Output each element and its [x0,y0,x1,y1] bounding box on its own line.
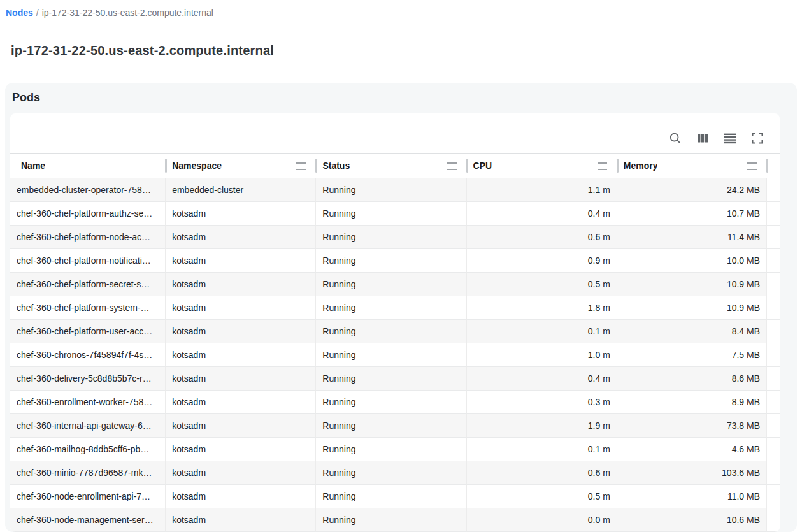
column-header-namespace[interactable]: Namespace [166,154,316,178]
table-row[interactable]: chef-360-node-enrollment-api-7…kotsadmRu… [10,485,780,508]
cell-name: chef-360-chef-platform-user-acc… [10,320,166,343]
columns-button[interactable] [694,130,711,147]
cell-namespace: kotsadm [166,508,316,532]
column-menu-icon[interactable] [598,162,607,170]
row-filler [767,367,780,391]
column-header-memory[interactable]: Memory [617,154,767,178]
cell-cpu: 0.4 m [467,367,617,391]
cell-cpu: 0.5 m [467,273,617,296]
cell-status: Running [316,296,466,320]
fullscreen-button[interactable] [749,130,766,147]
table-row[interactable]: chef-360-chef-platform-notificati…kotsad… [10,249,780,273]
row-filler [767,438,780,461]
cell-memory: 10.9 MB [617,296,767,320]
cell-memory: 11.4 MB [617,226,767,249]
cell-name: chef-360-chronos-7f45894f7f-4s… [10,343,166,367]
column-menu-icon[interactable] [747,162,757,170]
pods-table-panel: Name Namespace Status CPU Memory [10,113,780,532]
cell-namespace: kotsadm [166,202,316,226]
column-header-label: CPU [473,161,492,171]
table-row[interactable]: chef-360-chef-platform-authz-se…kotsadmR… [10,202,780,226]
column-resize-handle[interactable] [165,159,167,173]
cell-status: Running [316,367,466,391]
cell-memory: 11.0 MB [617,485,767,508]
cell-memory: 8.4 MB [617,320,767,343]
cell-namespace: kotsadm [166,485,316,508]
cell-name: chef-360-minio-7787d96587-mk… [10,461,166,485]
column-resize-handle[interactable] [466,159,468,173]
cell-status: Running [316,226,466,249]
cell-memory: 10.6 MB [617,508,767,532]
row-filler [767,508,780,532]
table-row[interactable]: chef-360-minio-7787d96587-mk…kotsadmRunn… [10,461,780,485]
card-title: Pods [12,91,40,104]
row-filler [767,485,780,508]
table-row[interactable]: chef-360-chef-platform-user-acc…kotsadmR… [10,320,780,343]
cell-cpu: 0.9 m [467,249,617,273]
cell-memory: 4.6 MB [617,438,767,461]
table-row[interactable]: embedded-cluster-operator-758…embedded-c… [10,178,780,202]
cell-status: Running [316,461,466,485]
cell-cpu: 0.6 m [467,461,617,485]
cell-name: chef-360-enrollment-worker-758… [10,391,166,414]
column-header-label: Namespace [172,161,222,171]
cell-namespace: kotsadm [166,226,316,249]
table-row[interactable]: chef-360-delivery-5c8d8b5b7c-r…kotsadmRu… [10,367,780,391]
row-filler [767,320,780,343]
cell-name: chef-360-node-management-ser… [10,508,166,532]
table-row[interactable]: chef-360-node-management-ser…kotsadmRunn… [10,508,780,532]
cell-namespace: kotsadm [166,438,316,461]
column-resize-handle[interactable] [617,159,619,173]
column-header-status[interactable]: Status [316,154,466,178]
column-resize-handle[interactable] [315,159,317,173]
column-header-cpu[interactable]: CPU [467,154,617,178]
table-row[interactable]: chef-360-internal-api-gateway-6…kotsadmR… [10,414,780,438]
row-filler [767,202,780,226]
cell-status: Running [316,438,466,461]
cell-memory: 10.7 MB [617,202,767,226]
cell-cpu: 1.8 m [467,296,617,320]
cell-memory: 103.6 MB [617,461,767,485]
cell-namespace: kotsadm [166,414,316,438]
column-header-label: Memory [624,161,658,171]
table-row[interactable]: chef-360-chronos-7f45894f7f-4s…kotsadmRu… [10,343,780,367]
columns-icon [697,133,708,144]
cell-status: Running [316,202,466,226]
table-row[interactable]: chef-360-mailhog-8ddb5cff6-pb…kotsadmRun… [10,438,780,461]
column-menu-icon[interactable] [447,162,457,170]
column-resize-handle[interactable] [766,159,768,173]
table-row[interactable]: chef-360-chef-platform-secret-s…kotsadmR… [10,273,780,296]
cell-cpu: 0.1 m [467,320,617,343]
row-filler [767,249,780,273]
density-button[interactable] [722,130,738,147]
cell-memory: 24.2 MB [617,178,767,202]
column-header-name[interactable]: Name [10,154,166,178]
row-filler [767,414,780,438]
row-filler [767,391,780,414]
cell-status: Running [316,343,466,367]
page-title: ip-172-31-22-50.us-east-2.compute.intern… [11,43,274,58]
search-icon [669,132,682,145]
column-header-filler [767,154,780,178]
cell-cpu: 0.6 m [467,226,617,249]
column-header-label: Status [322,161,350,171]
cell-cpu: 1.9 m [467,414,617,438]
column-menu-icon[interactable] [296,162,306,170]
table-header-row: Name Namespace Status CPU Memory [10,153,780,178]
table-toolbar [10,113,780,153]
cell-namespace: kotsadm [166,273,316,296]
table-row[interactable]: chef-360-chef-platform-node-ac…kotsadmRu… [10,226,780,249]
search-button[interactable] [667,130,684,147]
cell-name: chef-360-internal-api-gateway-6… [10,414,166,438]
row-filler [767,273,780,296]
table-row[interactable]: chef-360-chef-platform-system-…kotsadmRu… [10,296,780,320]
density-icon [724,133,736,144]
cell-namespace: embedded-cluster [166,178,316,202]
cell-name: chef-360-chef-platform-secret-s… [10,273,166,296]
breadcrumb-separator: / [36,8,39,18]
cell-namespace: kotsadm [166,249,316,273]
cell-cpu: 1.0 m [467,343,617,367]
row-filler [767,296,780,320]
table-row[interactable]: chef-360-enrollment-worker-758…kotsadmRu… [10,391,780,414]
breadcrumb-link-nodes[interactable]: Nodes [6,8,33,18]
